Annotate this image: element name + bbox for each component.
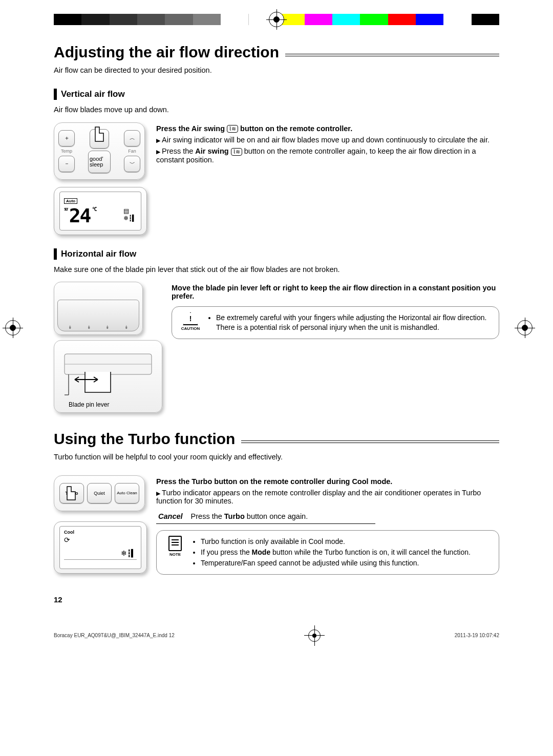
note-item-3: Temperature/Fan speed cannot be adjusted… <box>201 558 471 568</box>
hand-pointer-icon <box>65 486 82 506</box>
ac-unit-figure: ↡↡↡↡ <box>54 282 143 335</box>
lcd-fan-icon: ❄┇▍ <box>64 549 137 557</box>
note-box: NOTE Turbo function is only available in… <box>156 530 499 575</box>
register-mark-left <box>5 320 20 335</box>
lcd-auto-badge: Auto <box>64 198 77 204</box>
horizontal-instructions: Move the blade pin lever left or right t… <box>172 282 499 339</box>
intro-airflow: Air flow can be directed to your desired… <box>54 66 499 74</box>
title-rule <box>285 54 499 56</box>
register-mark-right <box>517 320 533 335</box>
print-footer: Boracay EUR_AQ09T&U@_IBIM_32447A_E.indd … <box>54 629 499 642</box>
horizontal-desc: Make sure one of the blade pin lever tha… <box>54 265 499 275</box>
vertical-instructions: Press the Air swing ⌇≋ button on the rem… <box>156 122 499 167</box>
temp-down-button[interactable]: － <box>58 156 75 172</box>
fan-down-button[interactable]: ﹀ <box>124 156 140 172</box>
cancel-key: Cancel <box>158 512 183 520</box>
subhead-vertical-text: Vertical air flow <box>61 89 125 99</box>
subhead-bar-icon <box>54 89 57 100</box>
cancel-value: Press the Turbo button once again. <box>191 512 308 520</box>
vertical-bullet-1: Air swing indicator will be on and air f… <box>156 136 499 144</box>
title-text-turbo: Using the Turbo function <box>54 430 235 448</box>
lcd-mode: Cool <box>64 530 137 535</box>
turbo-indicator-icon: ⟳ <box>64 536 137 544</box>
air-swing-inline-icon-2: ⌇≋ <box>231 148 242 156</box>
remote-figure-top: ＋ Temp － ⌇≋ good' sleep ︿ Fan ﹀ <box>54 122 145 180</box>
caution-box: ! CAUTION Be extremely careful with your… <box>172 306 499 339</box>
subhead-vertical: Vertical air flow <box>54 89 499 100</box>
caution-label: CAUTION <box>179 326 202 332</box>
caution-item-1: Be extremely careful with your fingers w… <box>216 313 486 332</box>
footer-file: Boracay EUR_AQ09T&U@_IBIM_32447A_E.indd … <box>54 633 175 638</box>
fan-up-button[interactable]: ︿ <box>124 130 140 146</box>
footer-date: 2011-3-19 10:07:42 <box>455 633 499 638</box>
fan-label: Fan <box>124 149 140 154</box>
temp-up-button[interactable]: ＋ <box>58 130 75 146</box>
lcd-temp-value: 24 <box>69 204 91 227</box>
subhead-horizontal: Horizontal air flow <box>54 248 499 260</box>
page-number: 12 <box>54 595 499 604</box>
page-title-airflow: Adjusting the air flow direction <box>54 44 499 61</box>
vertical-bullet-2: Press the Air swing ⌇≋ button on the rem… <box>156 147 499 164</box>
turbo-button[interactable]: Turbo <box>59 483 84 503</box>
turbo-remote-figure: Turbo Quiet Auto Clean <box>54 475 145 511</box>
page-title-turbo: Using the Turbo function <box>54 430 499 448</box>
turbo-lcd-figure: Cool ⟳ ❄┇▍ <box>54 521 147 574</box>
register-mark-top <box>269 12 284 27</box>
subhead-bar-icon <box>54 248 57 260</box>
lcd-status-icons: ▤❄┇▍ <box>123 207 137 222</box>
title-rule <box>241 440 499 443</box>
temp-label: Temp <box>58 149 75 154</box>
hand-pointer-icon <box>92 126 112 149</box>
lcd-degc: °C <box>92 206 96 212</box>
remote-lcd-figure: Auto SET 24 °C ▤❄┇▍ <box>54 187 147 235</box>
blade-caption: Blade pin lever <box>69 401 109 408</box>
intro-turbo: Turbo function will be helpful to cool y… <box>54 453 499 461</box>
note-icon <box>168 536 182 551</box>
cancel-row: Cancel Press the Turbo button once again… <box>156 509 375 524</box>
blade-lever-figure: Blade pin lever <box>54 340 162 413</box>
turbo-bullet-1: Turbo indicator appears on the remote co… <box>156 489 499 505</box>
quiet-button[interactable]: Quiet <box>87 483 112 503</box>
auto-clean-button[interactable]: Auto Clean <box>115 483 139 503</box>
note-item-2: If you press the Mode button while the T… <box>201 548 471 557</box>
caution-icon: ! <box>183 312 198 325</box>
good-sleep-button[interactable]: good' sleep <box>88 151 111 173</box>
vertical-desc: Air flow blades move up and down. <box>54 105 499 115</box>
turbo-instructions: Press the Turbo button on the remote con… <box>156 475 499 575</box>
subhead-horizontal-text: Horizontal air flow <box>61 249 136 259</box>
air-swing-inline-icon: ⌇≋ <box>227 125 238 133</box>
lcd-set-label: SET <box>64 207 68 212</box>
title-text: Adjusting the air flow direction <box>54 44 279 61</box>
note-item-1: Turbo function is only available in Cool… <box>201 537 471 547</box>
note-label: NOTE <box>164 552 186 558</box>
register-mark-bottom <box>308 629 321 642</box>
